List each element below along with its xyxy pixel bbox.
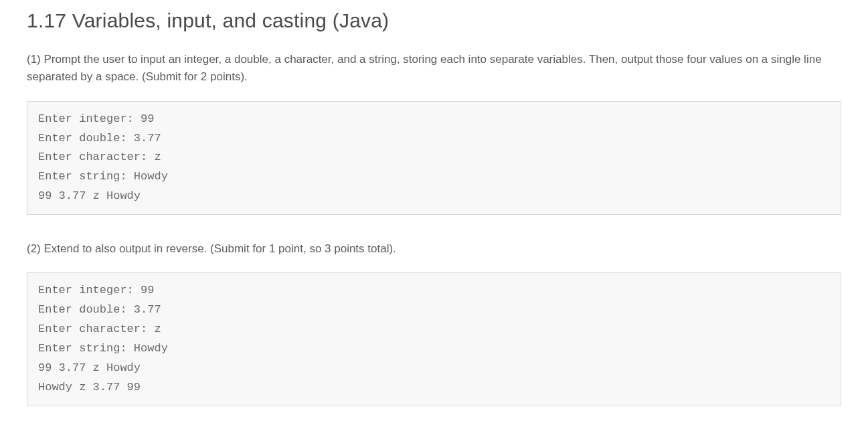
page-title: 1.17 Variables, input, and casting (Java… bbox=[27, 9, 841, 32]
part1-code-block: Enter integer: 99 Enter double: 3.77 Ent… bbox=[27, 101, 841, 215]
part2-code-block: Enter integer: 99 Enter double: 3.77 Ent… bbox=[27, 272, 841, 406]
part1-prompt: (1) Prompt the user to input an integer,… bbox=[27, 51, 841, 86]
part2-prompt: (2) Extend to also output in reverse. (S… bbox=[27, 240, 841, 258]
